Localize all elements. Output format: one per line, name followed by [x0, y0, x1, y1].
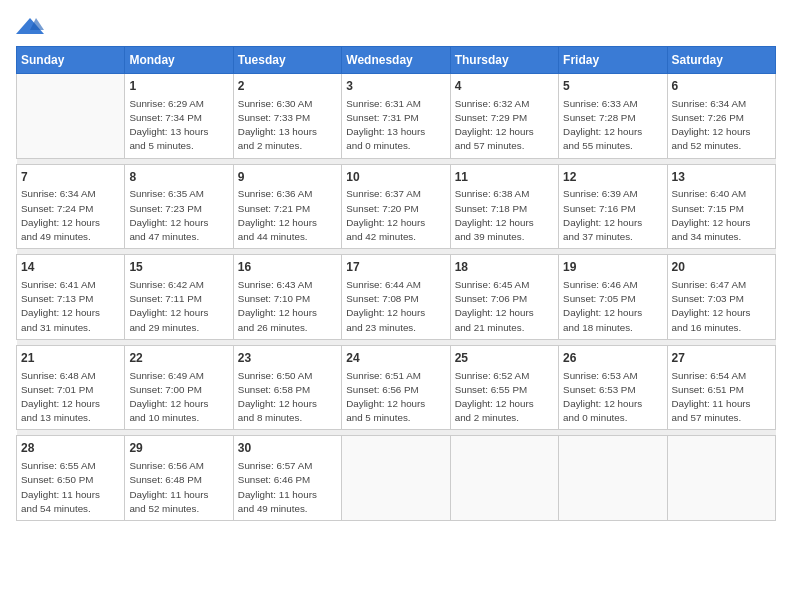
day-number: 1 — [129, 78, 228, 95]
logo — [16, 16, 48, 38]
day-info: Sunrise: 6:51 AMSunset: 6:56 PMDaylight:… — [346, 369, 445, 426]
calendar-cell: 27Sunrise: 6:54 AMSunset: 6:51 PMDayligh… — [667, 345, 775, 430]
calendar-cell: 19Sunrise: 6:46 AMSunset: 7:05 PMDayligh… — [559, 255, 667, 340]
day-number: 6 — [672, 78, 771, 95]
logo-icon — [16, 16, 44, 38]
day-number: 22 — [129, 350, 228, 367]
calendar-cell: 2Sunrise: 6:30 AMSunset: 7:33 PMDaylight… — [233, 74, 341, 159]
calendar-cell: 10Sunrise: 6:37 AMSunset: 7:20 PMDayligh… — [342, 164, 450, 249]
day-info: Sunrise: 6:52 AMSunset: 6:55 PMDaylight:… — [455, 369, 554, 426]
calendar-cell — [559, 436, 667, 521]
weekday-header: Friday — [559, 47, 667, 74]
week-row: 21Sunrise: 6:48 AMSunset: 7:01 PMDayligh… — [17, 345, 776, 430]
calendar-cell: 26Sunrise: 6:53 AMSunset: 6:53 PMDayligh… — [559, 345, 667, 430]
day-info: Sunrise: 6:33 AMSunset: 7:28 PMDaylight:… — [563, 97, 662, 154]
weekday-header: Thursday — [450, 47, 558, 74]
calendar-cell: 12Sunrise: 6:39 AMSunset: 7:16 PMDayligh… — [559, 164, 667, 249]
day-number: 29 — [129, 440, 228, 457]
day-number: 30 — [238, 440, 337, 457]
calendar-cell: 24Sunrise: 6:51 AMSunset: 6:56 PMDayligh… — [342, 345, 450, 430]
day-number: 8 — [129, 169, 228, 186]
day-info: Sunrise: 6:50 AMSunset: 6:58 PMDaylight:… — [238, 369, 337, 426]
calendar-cell: 3Sunrise: 6:31 AMSunset: 7:31 PMDaylight… — [342, 74, 450, 159]
calendar-cell: 28Sunrise: 6:55 AMSunset: 6:50 PMDayligh… — [17, 436, 125, 521]
week-row: 7Sunrise: 6:34 AMSunset: 7:24 PMDaylight… — [17, 164, 776, 249]
day-info: Sunrise: 6:41 AMSunset: 7:13 PMDaylight:… — [21, 278, 120, 335]
day-number: 25 — [455, 350, 554, 367]
day-number: 13 — [672, 169, 771, 186]
day-info: Sunrise: 6:42 AMSunset: 7:11 PMDaylight:… — [129, 278, 228, 335]
day-info: Sunrise: 6:48 AMSunset: 7:01 PMDaylight:… — [21, 369, 120, 426]
day-info: Sunrise: 6:54 AMSunset: 6:51 PMDaylight:… — [672, 369, 771, 426]
calendar-body: 1Sunrise: 6:29 AMSunset: 7:34 PMDaylight… — [17, 74, 776, 521]
day-number: 5 — [563, 78, 662, 95]
calendar-cell: 25Sunrise: 6:52 AMSunset: 6:55 PMDayligh… — [450, 345, 558, 430]
day-info: Sunrise: 6:34 AMSunset: 7:26 PMDaylight:… — [672, 97, 771, 154]
calendar-cell: 16Sunrise: 6:43 AMSunset: 7:10 PMDayligh… — [233, 255, 341, 340]
day-number: 17 — [346, 259, 445, 276]
calendar-cell: 13Sunrise: 6:40 AMSunset: 7:15 PMDayligh… — [667, 164, 775, 249]
day-info: Sunrise: 6:39 AMSunset: 7:16 PMDaylight:… — [563, 187, 662, 244]
calendar-cell: 18Sunrise: 6:45 AMSunset: 7:06 PMDayligh… — [450, 255, 558, 340]
day-number: 16 — [238, 259, 337, 276]
calendar-cell — [450, 436, 558, 521]
day-info: Sunrise: 6:40 AMSunset: 7:15 PMDaylight:… — [672, 187, 771, 244]
calendar-cell: 8Sunrise: 6:35 AMSunset: 7:23 PMDaylight… — [125, 164, 233, 249]
calendar-cell: 15Sunrise: 6:42 AMSunset: 7:11 PMDayligh… — [125, 255, 233, 340]
day-info: Sunrise: 6:37 AMSunset: 7:20 PMDaylight:… — [346, 187, 445, 244]
day-info: Sunrise: 6:35 AMSunset: 7:23 PMDaylight:… — [129, 187, 228, 244]
day-number: 11 — [455, 169, 554, 186]
day-number: 21 — [21, 350, 120, 367]
day-number: 10 — [346, 169, 445, 186]
calendar-cell — [667, 436, 775, 521]
week-row: 1Sunrise: 6:29 AMSunset: 7:34 PMDaylight… — [17, 74, 776, 159]
day-number: 20 — [672, 259, 771, 276]
day-info: Sunrise: 6:46 AMSunset: 7:05 PMDaylight:… — [563, 278, 662, 335]
day-number: 23 — [238, 350, 337, 367]
day-number: 3 — [346, 78, 445, 95]
day-info: Sunrise: 6:29 AMSunset: 7:34 PMDaylight:… — [129, 97, 228, 154]
day-number: 19 — [563, 259, 662, 276]
day-number: 12 — [563, 169, 662, 186]
calendar-cell — [17, 74, 125, 159]
calendar-cell: 23Sunrise: 6:50 AMSunset: 6:58 PMDayligh… — [233, 345, 341, 430]
weekday-header: Sunday — [17, 47, 125, 74]
day-info: Sunrise: 6:45 AMSunset: 7:06 PMDaylight:… — [455, 278, 554, 335]
day-info: Sunrise: 6:38 AMSunset: 7:18 PMDaylight:… — [455, 187, 554, 244]
day-number: 24 — [346, 350, 445, 367]
calendar-header-row: SundayMondayTuesdayWednesdayThursdayFrid… — [17, 47, 776, 74]
day-info: Sunrise: 6:55 AMSunset: 6:50 PMDaylight:… — [21, 459, 120, 516]
calendar-cell: 21Sunrise: 6:48 AMSunset: 7:01 PMDayligh… — [17, 345, 125, 430]
day-number: 15 — [129, 259, 228, 276]
day-number: 4 — [455, 78, 554, 95]
day-number: 9 — [238, 169, 337, 186]
calendar-cell: 22Sunrise: 6:49 AMSunset: 7:00 PMDayligh… — [125, 345, 233, 430]
day-info: Sunrise: 6:56 AMSunset: 6:48 PMDaylight:… — [129, 459, 228, 516]
day-info: Sunrise: 6:32 AMSunset: 7:29 PMDaylight:… — [455, 97, 554, 154]
day-number: 26 — [563, 350, 662, 367]
week-row: 14Sunrise: 6:41 AMSunset: 7:13 PMDayligh… — [17, 255, 776, 340]
calendar-cell: 11Sunrise: 6:38 AMSunset: 7:18 PMDayligh… — [450, 164, 558, 249]
calendar-cell: 20Sunrise: 6:47 AMSunset: 7:03 PMDayligh… — [667, 255, 775, 340]
day-info: Sunrise: 6:53 AMSunset: 6:53 PMDaylight:… — [563, 369, 662, 426]
day-info: Sunrise: 6:31 AMSunset: 7:31 PMDaylight:… — [346, 97, 445, 154]
day-info: Sunrise: 6:57 AMSunset: 6:46 PMDaylight:… — [238, 459, 337, 516]
day-info: Sunrise: 6:43 AMSunset: 7:10 PMDaylight:… — [238, 278, 337, 335]
day-number: 7 — [21, 169, 120, 186]
weekday-header: Tuesday — [233, 47, 341, 74]
weekday-header: Wednesday — [342, 47, 450, 74]
weekday-header: Monday — [125, 47, 233, 74]
day-number: 18 — [455, 259, 554, 276]
calendar-cell: 1Sunrise: 6:29 AMSunset: 7:34 PMDaylight… — [125, 74, 233, 159]
day-info: Sunrise: 6:49 AMSunset: 7:00 PMDaylight:… — [129, 369, 228, 426]
calendar-cell: 9Sunrise: 6:36 AMSunset: 7:21 PMDaylight… — [233, 164, 341, 249]
calendar-cell: 5Sunrise: 6:33 AMSunset: 7:28 PMDaylight… — [559, 74, 667, 159]
weekday-header: Saturday — [667, 47, 775, 74]
day-number: 28 — [21, 440, 120, 457]
calendar-cell: 7Sunrise: 6:34 AMSunset: 7:24 PMDaylight… — [17, 164, 125, 249]
day-info: Sunrise: 6:30 AMSunset: 7:33 PMDaylight:… — [238, 97, 337, 154]
calendar-cell: 30Sunrise: 6:57 AMSunset: 6:46 PMDayligh… — [233, 436, 341, 521]
calendar-cell — [342, 436, 450, 521]
page-header — [16, 16, 776, 38]
calendar-cell: 4Sunrise: 6:32 AMSunset: 7:29 PMDaylight… — [450, 74, 558, 159]
